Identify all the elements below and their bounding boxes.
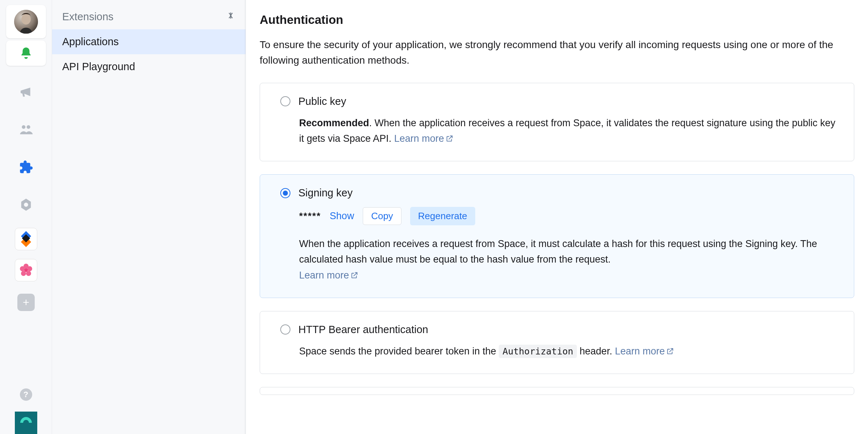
megaphone-icon bbox=[19, 85, 33, 99]
rail-extensions[interactable] bbox=[13, 154, 39, 180]
collapse-icon bbox=[226, 11, 235, 20]
radio-signing-key[interactable] bbox=[280, 188, 290, 198]
external-link-icon bbox=[446, 132, 454, 147]
recommended-label: Recommended bbox=[299, 118, 369, 128]
auth-method-public-key[interactable]: Public key Recommended. When the applica… bbox=[260, 83, 854, 161]
auth-method-description: . When the application receives a reques… bbox=[299, 118, 835, 144]
regenerate-button[interactable]: Regenerate bbox=[410, 207, 475, 225]
sidebar-item-label: Applications bbox=[62, 36, 119, 47]
product-logo[interactable] bbox=[15, 412, 37, 434]
bearer-description-before: Space sends the provided bearer token in… bbox=[299, 346, 499, 357]
learn-more-link[interactable]: Learn more bbox=[615, 346, 674, 357]
logo-icon bbox=[19, 416, 33, 430]
auth-method-description: When the application receives a request … bbox=[299, 236, 838, 267]
avatar bbox=[14, 10, 38, 34]
auth-method-signing-key[interactable]: Signing key ***** Show Copy Regenerate W… bbox=[260, 174, 854, 298]
rail-announcements[interactable] bbox=[13, 79, 39, 105]
svg-point-4 bbox=[24, 203, 28, 207]
radio-public-key[interactable] bbox=[280, 96, 290, 106]
learn-more-link[interactable]: Learn more bbox=[299, 270, 358, 281]
rail-team[interactable] bbox=[13, 116, 39, 142]
notifications-button[interactable] bbox=[6, 41, 46, 66]
copy-button[interactable]: Copy bbox=[363, 207, 401, 225]
learn-more-link[interactable]: Learn more bbox=[394, 133, 454, 144]
svg-point-13 bbox=[24, 268, 28, 272]
page-description: To ensure the security of your applicati… bbox=[260, 37, 854, 68]
sidebar-collapse-button[interactable] bbox=[226, 11, 235, 23]
authorization-header-code: Authorization bbox=[499, 345, 577, 358]
puzzle-icon bbox=[19, 160, 33, 174]
nav-rail: ? bbox=[0, 0, 52, 434]
sidebar-item-api-playground[interactable]: API Playground bbox=[52, 54, 246, 79]
svg-point-9 bbox=[27, 266, 32, 271]
svg-point-12 bbox=[20, 266, 25, 271]
rail-add[interactable] bbox=[17, 294, 35, 311]
rail-project-1[interactable] bbox=[15, 228, 37, 250]
plus-icon bbox=[21, 298, 31, 307]
auth-method-title: HTTP Bearer authentication bbox=[298, 324, 428, 336]
radio-bearer[interactable] bbox=[280, 324, 290, 335]
external-link-icon bbox=[350, 268, 358, 284]
show-button[interactable]: Show bbox=[330, 208, 354, 224]
sidebar-item-applications[interactable]: Applications bbox=[52, 29, 246, 54]
auth-method-next[interactable] bbox=[260, 387, 854, 395]
auth-method-body: Recommended. When the application receiv… bbox=[280, 115, 838, 147]
page-title: Authentication bbox=[260, 13, 854, 27]
question-mark-icon: ? bbox=[24, 390, 28, 399]
auth-method-title: Signing key bbox=[298, 187, 353, 199]
auth-method-bearer[interactable]: HTTP Bearer authentication Space sends t… bbox=[260, 311, 854, 374]
hex-nut-icon bbox=[19, 197, 33, 212]
avatar-button[interactable] bbox=[6, 5, 46, 38]
signing-key-row: ***** Show Copy Regenerate bbox=[299, 207, 838, 225]
rail-settings[interactable] bbox=[13, 192, 39, 218]
rail-project-2[interactable] bbox=[15, 259, 37, 281]
flower-icon bbox=[18, 262, 34, 278]
auth-method-body: Space sends the provided bearer token in… bbox=[280, 344, 838, 360]
svg-point-2 bbox=[22, 125, 25, 129]
sidebar: Extensions Applications API Playground bbox=[52, 0, 246, 434]
svg-point-1 bbox=[21, 14, 31, 25]
avatar-image bbox=[14, 10, 38, 34]
svg-point-3 bbox=[26, 125, 30, 129]
sidebar-item-label: API Playground bbox=[62, 61, 135, 72]
signing-key-masked: ***** bbox=[299, 209, 321, 224]
diamond-icon bbox=[18, 231, 34, 247]
sidebar-title: Extensions bbox=[62, 11, 114, 23]
auth-method-title: Public key bbox=[298, 95, 346, 107]
help-button[interactable]: ? bbox=[20, 388, 32, 401]
main-content: Authentication To ensure the security of… bbox=[246, 0, 868, 434]
bell-icon bbox=[19, 46, 33, 60]
external-link-icon bbox=[666, 344, 674, 360]
bearer-description-after: header. bbox=[577, 346, 615, 357]
people-icon bbox=[19, 122, 33, 137]
